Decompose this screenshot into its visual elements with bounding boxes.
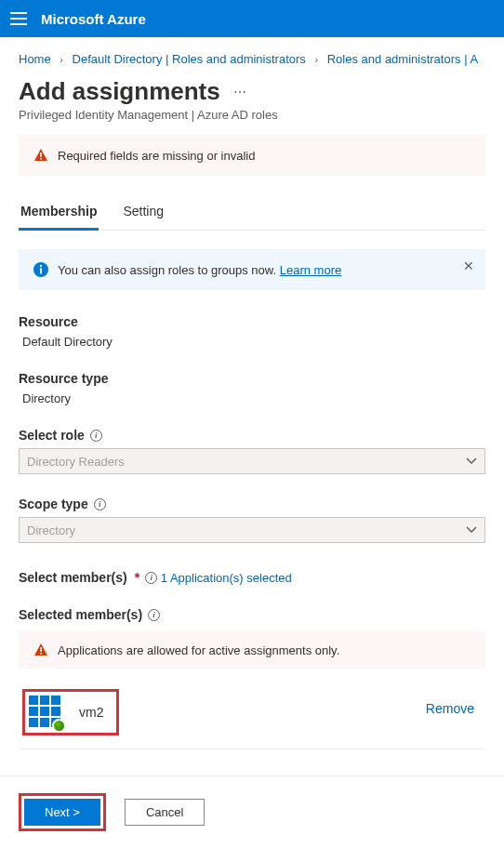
page-title: Add assignments	[19, 77, 220, 106]
banner-required-fields: Required fields are missing or invalid	[19, 135, 485, 176]
resource-label: Resource	[19, 314, 78, 329]
field-resource-type: Resource type Directory	[19, 371, 485, 405]
field-select-members: Select member(s)* i 1 Application(s) sel…	[19, 565, 485, 585]
svg-rect-5	[40, 647, 42, 652]
page-subtitle: Privileged Identity Management | Azure A…	[0, 106, 504, 135]
highlight-next: Next >	[19, 793, 106, 831]
chevron-down-icon	[466, 524, 477, 536]
scope-type-dropdown[interactable]: Directory	[19, 517, 485, 543]
required-indicator: *	[135, 570, 139, 585]
hamburger-menu-icon[interactable]	[7, 7, 30, 30]
breadcrumb: Home › Default Directory | Roles and adm…	[0, 37, 504, 70]
tab-setting[interactable]: Setting	[121, 198, 166, 230]
status-dot-icon	[52, 719, 66, 733]
field-select-role: Select role i Directory Readers	[19, 428, 485, 474]
close-icon[interactable]: ✕	[463, 258, 474, 273]
resource-value: Default Directory	[19, 335, 485, 349]
members-selected-link[interactable]: 1 Application(s) selected	[161, 571, 292, 585]
application-icon	[29, 696, 62, 729]
tab-membership[interactable]: Membership	[19, 198, 99, 231]
chevron-right-icon: ›	[60, 54, 63, 65]
footer-actions: Next > Cancel	[0, 775, 504, 848]
field-resource: Resource Default Directory	[19, 314, 485, 349]
more-actions-icon[interactable]: ⋯	[233, 85, 247, 99]
svg-rect-0	[40, 152, 42, 157]
learn-more-link[interactable]: Learn more	[280, 263, 341, 277]
info-circle-icon[interactable]: i	[90, 430, 102, 442]
info-circle-icon[interactable]: i	[148, 609, 160, 621]
selected-members-label: Selected member(s)	[19, 607, 142, 622]
select-role-value: Directory Readers	[27, 455, 125, 469]
chevron-down-icon	[466, 456, 477, 467]
scope-type-label: Scope type	[19, 497, 88, 511]
svg-rect-3	[40, 269, 42, 274]
banner-required-text: Required fields are missing or invalid	[58, 149, 255, 163]
select-role-dropdown[interactable]: Directory Readers	[19, 448, 485, 474]
svg-rect-6	[40, 653, 42, 655]
info-circle-icon[interactable]: i	[145, 572, 157, 584]
tabs: Membership Setting	[19, 198, 485, 231]
resource-type-label: Resource type	[19, 371, 108, 386]
warning-icon	[33, 643, 48, 657]
top-bar: Microsoft Azure	[0, 0, 504, 37]
info-circle-icon[interactable]: i	[94, 498, 106, 510]
svg-point-4	[40, 265, 42, 267]
field-scope-type: Scope type i Directory	[19, 497, 485, 543]
select-members-label: Select member(s)	[19, 570, 127, 585]
cancel-button[interactable]: Cancel	[125, 799, 205, 826]
breadcrumb-home[interactable]: Home	[19, 52, 51, 66]
banner-applications-text: Applications are allowed for active assi…	[58, 643, 339, 657]
select-role-label: Select role	[19, 428, 85, 443]
chevron-right-icon: ›	[314, 54, 318, 65]
highlight-member: vm2	[22, 689, 119, 735]
member-name: vm2	[79, 705, 103, 720]
page-title-row: Add assignments ⋯	[0, 70, 504, 106]
banner-groups-info: You can also assign roles to groups now.…	[19, 249, 485, 290]
remove-member-link[interactable]: Remove	[426, 701, 482, 716]
breadcrumb-roles[interactable]: Roles and administrators | A	[327, 52, 478, 66]
next-button[interactable]: Next >	[24, 799, 100, 826]
info-icon	[33, 262, 48, 277]
banner-applications-only: Applications are allowed for active assi…	[19, 631, 485, 669]
selected-member-row: vm2 Remove	[19, 669, 485, 749]
svg-rect-1	[40, 158, 42, 160]
breadcrumb-directory[interactable]: Default Directory | Roles and administra…	[73, 52, 306, 66]
resource-type-value: Directory	[19, 391, 485, 405]
scope-type-value: Directory	[27, 523, 75, 537]
warning-icon	[33, 148, 48, 163]
field-selected-members: Selected member(s) i	[19, 607, 485, 622]
brand-label: Microsoft Azure	[41, 11, 146, 27]
banner-groups-text: You can also assign roles to groups now.…	[58, 263, 341, 277]
